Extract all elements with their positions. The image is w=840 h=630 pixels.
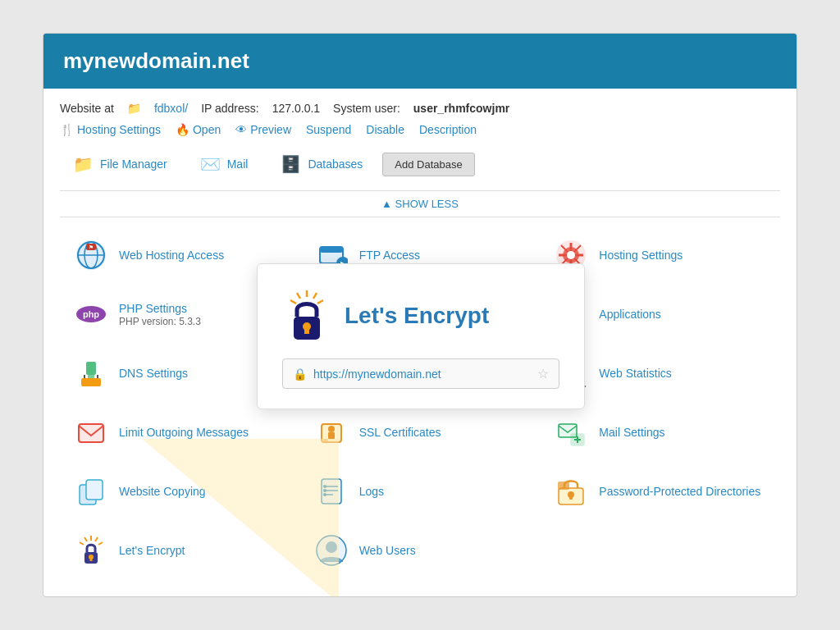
svg-rect-45 — [323, 439, 328, 441]
svg-rect-62 — [558, 482, 569, 490]
svg-line-75 — [317, 300, 323, 304]
svg-text:php: php — [83, 309, 99, 319]
svg-rect-30 — [86, 362, 96, 375]
ssl-certificates-text: SSL Certificates — [359, 425, 441, 440]
system-user-value: user_rhmfcowjmr — [413, 102, 509, 115]
svg-text:⚑: ⚑ — [89, 244, 94, 250]
ftp-access-text: FTP Access — [359, 248, 420, 262]
add-database-label: Add Database — [395, 158, 462, 171]
popup-header: Let's Encrypt — [282, 289, 559, 342]
svg-rect-44 — [328, 432, 335, 439]
web-users-text: Web Users — [359, 543, 416, 558]
add-database-button[interactable]: Add Database — [382, 153, 474, 176]
limit-outgoing-messages-icon — [73, 414, 109, 450]
hosting-settings-icon: 🍴 — [60, 123, 74, 136]
info-bar: Website at 📁 fdbxol/ IP address: 127.0.0… — [60, 102, 780, 115]
databases-button[interactable]: 🗄️ Databases — [267, 148, 376, 180]
lets-encrypt-text: Let's Encrypt — [119, 543, 185, 558]
system-user-label: System user: — [333, 102, 400, 115]
popup-lock-icon — [282, 289, 331, 342]
open-icon: 🔥 — [176, 123, 189, 136]
action-suspend[interactable]: Suspend — [306, 123, 351, 136]
databases-icon: 🗄️ — [281, 154, 301, 174]
svg-line-77 — [290, 300, 296, 304]
action-bar: 🍴 Hosting Settings 🔥 Open 👁 Preview Susp… — [60, 123, 780, 136]
grid-item-logs[interactable]: Logs — [300, 462, 541, 521]
open-label: Open — [193, 123, 221, 136]
grid-item-mail-settings[interactable]: Mail Settings — [540, 403, 780, 462]
svg-rect-51 — [86, 480, 103, 500]
action-disable[interactable]: Disable — [366, 123, 404, 136]
website-copying-text: Website Copying — [119, 484, 206, 499]
svg-line-64 — [95, 537, 98, 541]
web-hosting-access-icon: ⚑ — [73, 237, 109, 273]
svg-line-65 — [98, 542, 103, 545]
mail-settings-text: Mail Settings — [599, 425, 664, 440]
php-settings-text: PHP Settings PHP version: 5.3.3 — [119, 301, 201, 327]
web-statistics-text: Web Statistics — [599, 366, 671, 381]
action-open[interactable]: 🔥 Open — [176, 123, 221, 136]
svg-point-72 — [326, 541, 337, 553]
dns-settings-text: DNS Settings — [119, 366, 188, 381]
svg-point-12 — [567, 251, 575, 259]
hosting-settings-label: Hosting Settings — [77, 123, 161, 136]
suspend-label: Suspend — [306, 123, 351, 136]
popup-title: Let's Encrypt — [345, 303, 489, 329]
grid-item-website-copying[interactable]: Website Copying — [60, 462, 300, 521]
svg-point-57 — [323, 489, 326, 492]
show-less-label: ▲ SHOW LESS — [381, 198, 459, 210]
grid-item-web-users[interactable]: Web Users — [300, 521, 541, 580]
url-lock-icon: 🔒 — [293, 368, 307, 381]
applications-text: Applications — [599, 307, 661, 322]
svg-rect-32 — [81, 378, 101, 386]
url-text: https://mynewdomain.net — [313, 368, 531, 381]
action-description[interactable]: Description — [419, 123, 477, 136]
svg-rect-61 — [569, 495, 573, 500]
panel-header: mynewdomain.net — [43, 34, 797, 89]
lets-encrypt-popup: Let's Encrypt 🔒 https://mynewdomain.net … — [257, 263, 585, 409]
grid-item-limit-outgoing-messages[interactable]: Limit Outgoing Messages — [60, 403, 300, 462]
svg-rect-7 — [320, 247, 343, 253]
toolbar: 📁 File Manager ✉️ Mail 🗄️ Databases Add … — [60, 148, 780, 191]
file-manager-button[interactable]: 📁 File Manager — [60, 148, 180, 180]
password-protected-directories-icon — [553, 473, 589, 509]
folder-icon: 📁 — [127, 102, 141, 115]
description-label: Description — [419, 123, 477, 136]
show-less-toggle[interactable]: ▲ SHOW LESS — [60, 191, 780, 217]
main-panel: mynewdomain.net Website at 📁 fdbxol/ IP … — [43, 33, 797, 597]
php-settings-icon: php — [73, 296, 109, 332]
logs-icon — [313, 473, 349, 509]
panel-body: Website at 📁 fdbxol/ IP address: 127.0.0… — [43, 89, 797, 596]
preview-label: Preview — [250, 123, 291, 136]
lets-encrypt-icon — [73, 532, 109, 568]
ip-value: 127.0.0.1 — [272, 102, 320, 115]
mail-label: Mail — [227, 158, 249, 171]
grid-item-lets-encrypt[interactable]: Let's Encrypt — [60, 521, 300, 580]
svg-rect-70 — [90, 557, 93, 561]
grid-item-password-protected-directories[interactable]: Password-Protected Directories — [540, 462, 780, 521]
svg-rect-31 — [88, 375, 94, 378]
website-at-label: Website at — [60, 102, 114, 115]
dns-settings-icon — [73, 355, 109, 391]
mail-button[interactable]: ✉️ Mail — [187, 148, 262, 180]
file-manager-icon: 📁 — [73, 154, 94, 174]
svg-line-67 — [80, 542, 84, 545]
ssl-certificates-icon — [313, 414, 349, 450]
folder-link[interactable]: fdbxol/ — [154, 102, 188, 115]
url-bar[interactable]: 🔒 https://mynewdomain.net ☆ — [282, 358, 559, 389]
action-preview[interactable]: 👁 Preview — [235, 123, 291, 136]
web-users-icon — [313, 532, 349, 568]
svg-point-58 — [323, 493, 326, 496]
svg-rect-80 — [304, 327, 309, 334]
svg-rect-41 — [79, 424, 103, 442]
databases-label: Databases — [308, 158, 363, 171]
web-hosting-access-text: Web Hosting Access — [119, 248, 224, 262]
disable-label: Disable — [366, 123, 404, 136]
password-protected-directories-text: Password-Protected Directories — [599, 484, 760, 499]
website-copying-icon — [73, 473, 109, 509]
logs-text: Logs — [359, 484, 384, 499]
svg-line-76 — [297, 293, 300, 299]
grid-item-ssl-certificates[interactable]: SSL Certificates — [300, 403, 541, 462]
ip-label: IP address: — [201, 102, 259, 115]
action-hosting-settings[interactable]: 🍴 Hosting Settings — [60, 123, 161, 136]
